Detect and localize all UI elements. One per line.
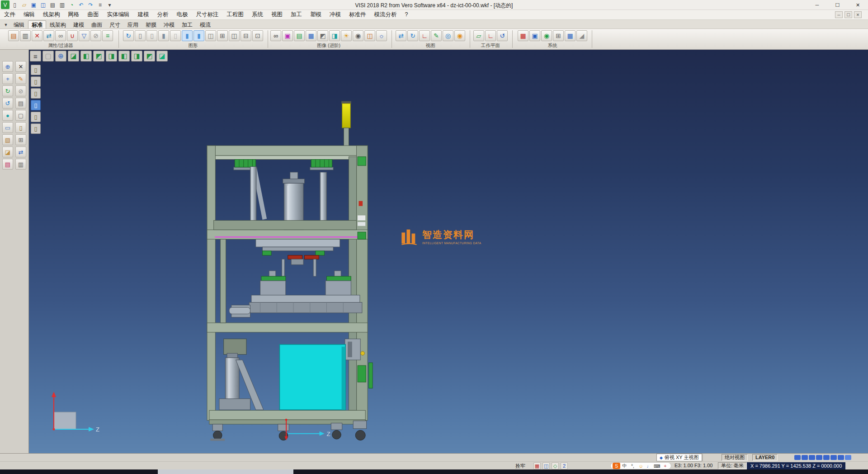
view-menu-icon[interactable]: ≡ [30, 51, 41, 62]
ribbon-tab[interactable]: 模流 [196, 20, 214, 28]
menu-item[interactable]: 系统 [248, 10, 267, 19]
bottom-view-cube-icon[interactable]: ◩ [144, 51, 155, 62]
filter-clear-icon[interactable]: ⊘ [90, 30, 101, 41]
ime-emoji-icon[interactable]: ☺ [637, 463, 645, 469]
light-source-icon[interactable]: ☀ [341, 30, 352, 41]
transform-icon[interactable]: ⇄ [15, 147, 26, 157]
visi-app-icon[interactable]: V [1, 0, 9, 9]
menu-item[interactable]: ? [401, 10, 412, 19]
undo-icon[interactable]: ↶ [77, 0, 85, 9]
paste-buffer-3-icon[interactable]: ▯ [31, 88, 41, 99]
print-icon[interactable]: ▤ [48, 0, 57, 9]
redraw-icon[interactable]: ↻ [123, 30, 134, 41]
screen-settings-icon[interactable]: ▣ [529, 30, 540, 41]
top-view-cube-icon[interactable]: ◩ [93, 51, 104, 62]
color-settings-icon[interactable]: ▦ [518, 30, 528, 41]
orbit-icon[interactable]: ↺ [2, 98, 13, 109]
clip-plane-icon[interactable]: ◫ [364, 30, 375, 41]
model-viewport[interactable]: Z Z ≡▢⊕◪◧◩◨◧◨◩◪ ▯▯▯▯▯▯ 智造资料网 IN [29, 50, 868, 453]
minimize-button[interactable]: ─ [807, 0, 827, 10]
pair-view-icon[interactable]: ◫ [229, 30, 240, 41]
ribbon-tab[interactable]: 标准 [28, 20, 46, 28]
flat-shade-view-icon[interactable]: ▯ [170, 30, 181, 41]
ribbon-tab[interactable]: 曲面 [88, 20, 106, 28]
solid-box-icon[interactable]: ▧ [2, 134, 13, 145]
stacked-view-icon[interactable]: ⊟ [241, 30, 251, 41]
menu-item[interactable]: 曲面 [84, 10, 103, 19]
clipboard-icon[interactable]: ▯ [15, 122, 26, 133]
ribbon-tab[interactable]: 尺寸 [106, 20, 124, 28]
render-options-icon[interactable]: ☼ [376, 30, 387, 41]
absolute-view-indicator[interactable]: 绝对视图 [722, 454, 748, 461]
right-view-cube-icon[interactable]: ◨ [106, 51, 117, 62]
ime-keyboard-icon[interactable]: ⌨ [653, 463, 661, 469]
mdi-close-button[interactable]: ✕ [854, 11, 862, 18]
mdi-minimize-button[interactable]: ─ [835, 11, 843, 18]
ribbon-tab[interactable]: 加工 [178, 20, 196, 28]
menu-item[interactable]: 塑模 [306, 10, 326, 19]
ribbon-tab[interactable]: 冲模 [160, 20, 178, 28]
measure-icon[interactable]: ⊞ [15, 134, 26, 145]
wireframe-view-icon[interactable]: ▯ [135, 30, 146, 41]
delete-icon[interactable]: ✕ [15, 61, 26, 72]
filter-funnel-icon[interactable]: ▽ [79, 30, 90, 41]
target-view-icon[interactable]: ◎ [443, 30, 453, 41]
redo-icon[interactable]: ↷ [86, 0, 95, 9]
counter-status-icon[interactable]: 2 [561, 462, 568, 469]
tab-dropdown-icon[interactable]: ▼ [2, 21, 10, 28]
lock-status-label[interactable]: 拴牢 [515, 463, 525, 469]
hidden-line-view-icon[interactable]: ▯ [146, 30, 157, 41]
ime-punct-icon[interactable]: °, [629, 463, 637, 469]
customize-icon[interactable]: ≡ [96, 0, 104, 9]
orient-view-icon[interactable]: ◉ [454, 30, 465, 41]
menu-item[interactable]: 文件 [0, 10, 19, 19]
workplane-reset-icon[interactable]: ↺ [497, 30, 508, 41]
screen-capture-icon[interactable]: ◔ [67, 0, 76, 9]
workplane-create-icon[interactable]: ▱ [473, 30, 484, 41]
ribbon-tab[interactable]: 编辑 [10, 20, 28, 28]
ime-mic-icon[interactable]: ♩ [645, 463, 653, 469]
chain-link-icon[interactable]: ∞ [55, 30, 66, 41]
view-settings-icon[interactable]: ⊡ [252, 30, 263, 41]
active-shade-view-icon[interactable]: ▮ [182, 30, 193, 41]
pan-view-icon[interactable]: ⇄ [396, 30, 406, 41]
menu-item[interactable]: 冲模 [326, 10, 345, 19]
sphere-icon[interactable]: ● [2, 110, 13, 121]
flatten-icon[interactable]: ▭ [2, 122, 13, 133]
sketch-icon[interactable]: ✎ [15, 73, 26, 84]
view-blank-icon[interactable]: ▢ [42, 51, 54, 62]
sheet-icon[interactable]: ▢ [15, 110, 26, 121]
rotate-3d-icon[interactable]: ↻ [2, 85, 13, 96]
close-button[interactable]: ✕ [848, 0, 868, 10]
units-indicator[interactable]: 单位: 毫米 [718, 462, 747, 469]
match-properties-icon[interactable]: ≡ [102, 30, 113, 41]
filter-swap-icon[interactable]: ⇄ [43, 30, 54, 41]
paste-buffer-2-icon[interactable]: ▯ [31, 76, 41, 87]
sogou-input-icon[interactable]: S [613, 463, 620, 469]
property-printer-icon[interactable]: ▥ [20, 30, 31, 41]
layer-manager-icon[interactable]: ▤ [8, 30, 19, 41]
left-view-cube-icon[interactable]: ◧ [118, 51, 130, 62]
stereo-glasses-icon[interactable]: ∞ [270, 30, 281, 41]
view-popup[interactable]: ◆ 俯视 XY 主视图 [656, 454, 702, 461]
paste-buffer-4-icon[interactable]: ▯ [31, 100, 41, 110]
front-view-cube-icon[interactable]: ◧ [80, 51, 92, 62]
annotate-view-icon[interactable]: ✎ [431, 30, 442, 41]
quick-access-more-icon[interactable]: ▾ [105, 0, 114, 9]
menu-item[interactable]: 加工 [287, 10, 306, 19]
menu-item[interactable]: 模流分析 [370, 10, 401, 19]
menu-item[interactable]: 网格 [64, 10, 84, 19]
maximize-button[interactable]: ☐ [827, 0, 848, 10]
magnet-icon[interactable]: ∪ [67, 30, 78, 41]
menu-item[interactable]: 编辑 [19, 10, 39, 19]
globe-settings-icon[interactable]: ◉ [541, 30, 552, 41]
workplane-status-icon[interactable]: ◇ [552, 462, 559, 469]
menu-item[interactable]: 线架构 [39, 10, 64, 19]
ime-toolbox-icon[interactable]: + [661, 463, 669, 469]
view-zoom-icon[interactable]: ⊕ [55, 51, 66, 62]
menu-item[interactable]: 电极 [173, 10, 192, 19]
menu-item[interactable]: 视图 [267, 10, 287, 19]
layers-icon[interactable]: ▤ [2, 159, 13, 170]
shadow-view-icon[interactable]: ◩ [317, 30, 328, 41]
select-icon[interactable]: ⊕ [2, 61, 13, 72]
